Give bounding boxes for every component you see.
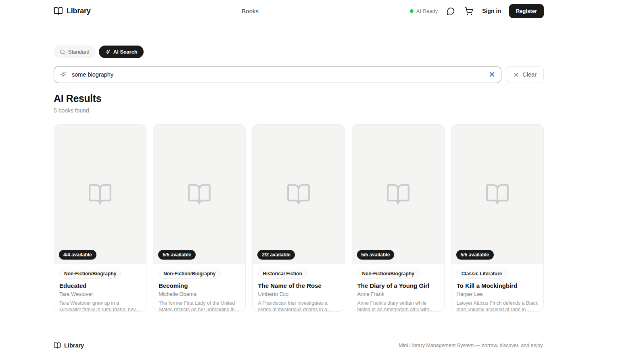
ai-ready-status: AI Ready: [410, 8, 438, 14]
book-title: Educated: [59, 282, 141, 289]
search-row: Clear: [54, 66, 544, 83]
results-heading: AI Results: [54, 93, 544, 104]
footer-brand[interactable]: Library: [54, 342, 84, 349]
main-content: Standard AI Search: [54, 22, 544, 312]
book-title: The Name of the Rose: [258, 282, 339, 289]
book-cover-placeholder: 5/5 available: [451, 125, 543, 264]
book-open-icon: [386, 182, 411, 207]
book-title: The Diary of a Young Girl: [357, 282, 439, 289]
category-pill: Historical Fiction: [258, 269, 307, 279]
availability-badge: 5/5 available: [158, 250, 196, 260]
brand-logo[interactable]: Library: [54, 6, 91, 16]
search-box: [54, 66, 501, 83]
search-mode-toggle: Standard AI Search: [54, 46, 544, 58]
book-open-icon: [54, 342, 61, 349]
brand-name: Library: [67, 7, 91, 15]
book-card[interactable]: 5/5 available Non-Fiction/Biography The …: [352, 124, 445, 312]
availability-badge: 2/2 available: [257, 250, 295, 260]
clear-button-label: Clear: [522, 71, 537, 78]
nav-link-books[interactable]: Books: [242, 8, 259, 15]
category-pill: Non-Fiction/Biography: [59, 269, 121, 279]
availability-badge: 5/5 available: [357, 250, 395, 260]
book-info: Classic Literature To Kill a Mockingbird…: [451, 264, 543, 312]
book-grid: 4/4 available Non-Fiction/Biography Educ…: [54, 124, 544, 312]
search-input[interactable]: [54, 66, 501, 83]
book-card[interactable]: 5/5 available Non-Fiction/Biography Beco…: [153, 124, 246, 312]
book-open-icon: [88, 182, 113, 207]
book-description: The former First Lady of the United Stat…: [159, 300, 240, 312]
book-open-icon: [485, 182, 510, 207]
book-author: Michelle Obama: [159, 291, 240, 297]
book-open-icon: [54, 6, 63, 16]
book-open-icon: [187, 182, 212, 207]
book-author: Umberto Eco: [258, 291, 339, 297]
footer: Library Mini Library Management System —…: [0, 327, 641, 349]
book-card[interactable]: 4/4 available Non-Fiction/Biography Educ…: [54, 124, 146, 312]
book-description: Lawyer Atticus Finch defends a Black man…: [457, 300, 538, 312]
book-description: Anne Frank's diary written while hiding …: [357, 300, 439, 312]
register-button[interactable]: Register: [509, 4, 544, 18]
search-icon: [60, 49, 65, 55]
book-description: Tara Westover grew up in a survivalist f…: [59, 300, 141, 312]
ai-search-tab-label: AI Search: [113, 49, 138, 55]
chat-button[interactable]: [446, 6, 456, 16]
cart-button[interactable]: [464, 6, 474, 16]
results-count: 5 books found: [54, 107, 544, 114]
chat-bubble-icon: [447, 7, 455, 15]
header: Library Books AI Ready Sign in Register: [0, 0, 641, 22]
book-info: Non-Fiction/Biography The Diary of a You…: [352, 264, 444, 312]
x-icon: [513, 72, 519, 78]
standard-tab-label: Standard: [68, 49, 90, 55]
ai-ready-label: AI Ready: [416, 8, 438, 14]
category-pill: Classic Literature: [457, 269, 507, 279]
book-title: To Kill a Mockingbird: [457, 282, 538, 289]
book-card[interactable]: 5/5 available Classic Literature To Kill…: [451, 124, 544, 312]
status-dot-icon: [410, 9, 413, 13]
clear-input-button[interactable]: [488, 71, 496, 78]
availability-badge: 5/5 available: [456, 250, 494, 260]
book-author: Tara Westover: [59, 291, 141, 297]
availability-badge: 4/4 available: [59, 250, 96, 260]
ai-search-tab[interactable]: AI Search: [99, 46, 144, 58]
category-pill: Non-Fiction/Biography: [357, 269, 419, 279]
book-cover-placeholder: 4/4 available: [54, 125, 146, 264]
book-open-icon: [286, 182, 311, 207]
book-cover-placeholder: 2/2 available: [253, 125, 345, 264]
book-cover-placeholder: 5/5 available: [153, 125, 245, 264]
book-author: Harper Lee: [457, 291, 538, 297]
x-icon: [488, 71, 496, 78]
book-card[interactable]: 2/2 available Historical Fiction The Nam…: [252, 124, 345, 312]
book-title: Becoming: [159, 282, 240, 289]
book-author: Anne Frank: [357, 291, 439, 297]
standard-search-tab[interactable]: Standard: [54, 46, 96, 58]
shopping-cart-icon: [465, 7, 473, 15]
footer-brand-name: Library: [64, 342, 84, 349]
sign-in-link[interactable]: Sign in: [482, 8, 501, 14]
clear-search-button[interactable]: Clear: [506, 66, 544, 83]
book-cover-placeholder: 5/5 available: [352, 125, 444, 264]
sparkles-icon: [105, 49, 111, 55]
book-info: Non-Fiction/Biography Educated Tara West…: [54, 264, 146, 312]
book-description: A Franciscan friar investigates a series…: [258, 300, 339, 312]
book-info: Historical Fiction The Name of the Rose …: [253, 264, 345, 312]
book-info: Non-Fiction/Biography Becoming Michelle …: [153, 264, 245, 312]
footer-tagline: Mini Library Management System — borrow,…: [399, 343, 544, 348]
category-pill: Non-Fiction/Biography: [159, 269, 220, 279]
